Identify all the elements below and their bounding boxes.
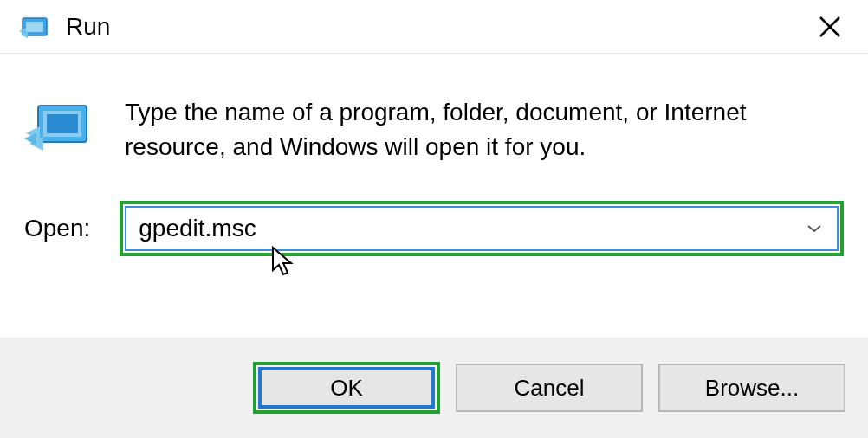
cancel-button[interactable]: Cancel [456,364,643,412]
close-button[interactable] [813,10,847,44]
svg-rect-6 [47,114,78,133]
input-highlight [120,201,844,256]
ok-highlight: OK [253,362,440,414]
run-icon-small [19,14,50,40]
ok-button[interactable]: OK [258,367,435,409]
chevron-down-icon[interactable] [800,218,828,238]
browse-button[interactable]: Browse... [658,364,845,412]
titlebar-left: Run [19,13,110,41]
open-input[interactable] [139,215,800,242]
button-bar: OK Cancel Browse... [0,338,868,438]
run-icon-large [24,99,94,159]
description-text: Type the name of a program, folder, docu… [125,95,844,164]
svg-rect-1 [26,22,43,32]
open-combobox[interactable] [125,206,839,251]
open-label: Open: [24,215,90,242]
content-area: Type the name of a program, folder, docu… [0,54,868,272]
open-row: Open: [24,201,844,256]
description-row: Type the name of a program, folder, docu… [24,95,844,164]
window-title: Run [66,13,110,41]
titlebar: Run [0,0,868,54]
